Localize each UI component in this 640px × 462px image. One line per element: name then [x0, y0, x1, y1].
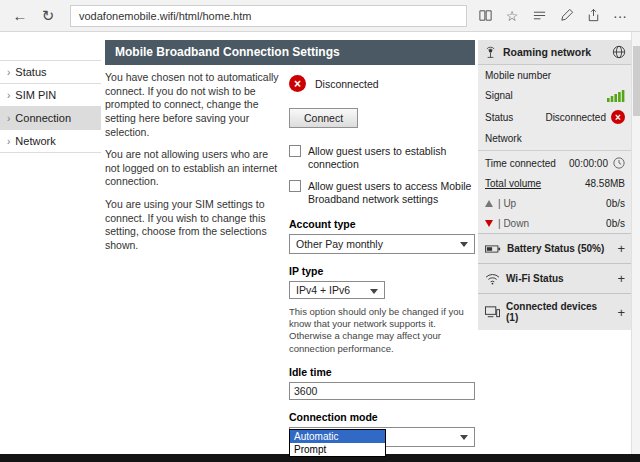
dropdown-option-prompt[interactable]: Prompt: [290, 443, 385, 456]
chevron-icon: ›: [7, 113, 10, 124]
scrollbar[interactable]: [631, 32, 640, 454]
guest-access-checkbox[interactable]: [289, 180, 301, 192]
down-arrow-icon: [485, 220, 493, 227]
sidebar-item-connection[interactable]: › Connection: [0, 106, 101, 129]
section-label: Connected devices (1): [506, 301, 611, 323]
up-rate-row: | Up 0b/s: [478, 193, 632, 213]
sidebar-item-label: Status: [15, 66, 46, 78]
share-icon[interactable]: [585, 8, 601, 24]
sidebar-item-network[interactable]: › Network: [0, 129, 101, 153]
battery-icon: [485, 244, 501, 254]
connected-devices-section[interactable]: Connected devices (1) +: [478, 293, 632, 330]
browser-window: ← ↻ vodafonemobile.wifi/html/home.htm ☆ …: [0, 0, 640, 462]
section-label: Battery Status (50%): [507, 243, 611, 254]
info-paragraph: You are using your SIM settings to conne…: [105, 198, 279, 253]
signal-row: Signal: [478, 85, 632, 106]
sidebar-item-label: SIM PIN: [15, 89, 56, 101]
connection-mode-label: Connection mode: [289, 411, 475, 423]
more-options-icon[interactable]: ···: [612, 8, 628, 24]
row-value: 0b/s: [606, 198, 625, 209]
ip-type-note: This option should only be changed if yo…: [289, 306, 475, 355]
row-label: | Up: [498, 198, 606, 209]
row-value: 00:00:00: [569, 158, 608, 169]
time-connected-row: Time connected 00:00:00: [478, 153, 632, 173]
account-type-value: Other Pay monthly: [296, 238, 383, 250]
main-content: Mobile Broadband Connection Settings You…: [105, 40, 475, 462]
clock-icon: [613, 157, 625, 169]
row-label: Signal: [485, 90, 602, 101]
info-text-column: You have chosen not to automatically con…: [105, 71, 279, 462]
roaming-network-header: Roaming network: [478, 40, 632, 65]
battery-status-section[interactable]: Battery Status (50%) +: [478, 233, 632, 263]
sidebar-item-label: Connection: [15, 112, 71, 124]
checkbox-label: Allow guest users to access Mobile Broad…: [308, 180, 475, 206]
refresh-button[interactable]: ↻: [36, 4, 60, 28]
status-row: Status Disconnected ×: [478, 106, 632, 128]
chevron-icon: ›: [7, 90, 10, 101]
favorites-star-icon[interactable]: ☆: [504, 8, 520, 24]
address-bar[interactable]: vodafonemobile.wifi/html/home.htm: [70, 5, 467, 27]
settings-nav: › Status › SIM PIN › Connection › Networ…: [0, 60, 101, 153]
web-note-icon[interactable]: [558, 8, 574, 24]
down-rate-row: | Down 0b/s: [478, 213, 632, 233]
ip-type-label: IP type: [289, 265, 475, 277]
account-type-select[interactable]: Other Pay monthly: [289, 234, 475, 254]
panel-title: Roaming network: [503, 46, 606, 58]
total-volume-link[interactable]: Total volume: [485, 178, 585, 189]
connection-status: × Disconnected: [289, 75, 475, 92]
mobile-number-row: Mobile number: [478, 65, 632, 85]
network-row: Network: [478, 128, 632, 148]
url-text: vodafonemobile.wifi/html/home.htm: [79, 10, 251, 22]
status-text: Disconnected: [315, 78, 379, 90]
disconnected-icon: ×: [289, 75, 306, 92]
globe-icon: [612, 45, 626, 59]
info-paragraph: You have chosen not to automatically con…: [105, 71, 279, 139]
row-value: Disconnected: [545, 112, 606, 123]
wifi-status-section[interactable]: Wi-Fi Status +: [478, 263, 632, 293]
page-title: Mobile Broadband Connection Settings: [105, 40, 475, 65]
disconnected-icon: ×: [611, 110, 625, 124]
devices-icon: [485, 306, 500, 318]
antenna-icon: [484, 46, 497, 59]
chevron-icon: ›: [7, 136, 10, 147]
browser-toolbar-icons: ☆ ···: [477, 8, 632, 24]
guest-connection-checkbox[interactable]: [289, 145, 301, 157]
up-arrow-icon: [485, 200, 493, 207]
account-type-label: Account type: [289, 218, 475, 230]
settings-column: × Disconnected Connect Allow guest users…: [289, 71, 475, 462]
expand-icon[interactable]: +: [617, 241, 625, 256]
reading-view-icon[interactable]: [477, 8, 493, 24]
idle-time-label: Idle time: [289, 366, 475, 378]
connect-button[interactable]: Connect: [289, 108, 358, 128]
browser-chrome: ← ↻ vodafonemobile.wifi/html/home.htm ☆ …: [0, 0, 640, 32]
sidebar-item-sim-pin[interactable]: › SIM PIN: [0, 83, 101, 106]
checkbox-row: Allow guest users to access Mobile Broad…: [289, 180, 475, 206]
idle-time-input[interactable]: [289, 382, 475, 400]
section-label: Wi-Fi Status: [506, 273, 611, 284]
checkbox-row: Allow guest users to establish connectio…: [289, 145, 475, 171]
row-label: Time connected: [485, 158, 569, 169]
ip-type-value: IPv4 + IPv6: [296, 284, 350, 296]
back-button[interactable]: ←: [8, 4, 32, 28]
divider: [478, 150, 632, 151]
hub-icon[interactable]: [531, 8, 547, 24]
expand-icon[interactable]: +: [617, 271, 625, 286]
row-label: Network: [485, 133, 625, 144]
row-value: 0b/s: [606, 218, 625, 229]
status-panel: Roaming network Mobile number Signal Sta…: [478, 40, 632, 330]
sidebar-item-status[interactable]: › Status: [0, 60, 101, 83]
row-label: Status: [485, 112, 545, 123]
total-volume-row: Total volume 48.58MB: [478, 173, 632, 193]
wifi-icon: [485, 273, 500, 285]
chevron-icon: ›: [7, 67, 10, 78]
row-label: | Down: [498, 218, 606, 229]
ip-type-select[interactable]: IPv4 + IPv6: [289, 281, 385, 299]
row-label: Mobile number: [485, 70, 625, 81]
dropdown-option-automatic[interactable]: Automatic: [290, 430, 385, 443]
expand-icon[interactable]: +: [617, 305, 625, 320]
scrollbar-thumb[interactable]: [633, 46, 640, 116]
checkbox-label: Allow guest users to establish connectio…: [308, 145, 475, 171]
sidebar-item-label: Network: [15, 135, 55, 147]
info-paragraph: You are not allowing users who are not l…: [105, 148, 279, 189]
connection-mode-dropdown: Automatic Prompt: [289, 429, 386, 457]
